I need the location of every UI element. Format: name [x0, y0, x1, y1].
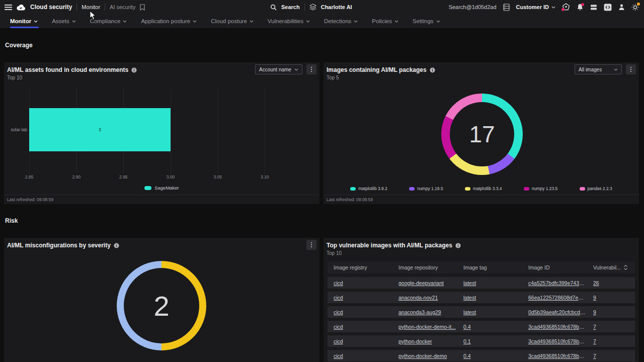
table-cell-link[interactable]: python-docker: [398, 338, 456, 344]
table-cell-link[interactable]: 7: [593, 338, 628, 344]
customer-id-selector[interactable]: Customer ID: [516, 4, 555, 10]
breadcrumb-monitor[interactable]: Monitor: [82, 4, 100, 10]
table-cell-link[interactable]: latest: [463, 309, 521, 315]
misconfig-donut-ring[interactable]: 2: [117, 261, 206, 350]
legend-item[interactable]: pandas 2.2.3: [580, 186, 612, 191]
tab-detections[interactable]: Detections: [317, 14, 365, 28]
card-aiml-assets: AI/ML assets found in cloud environments…: [4, 62, 319, 204]
x-tick-label: 2.90: [72, 174, 80, 179]
table-cell-link[interactable]: 3cad49368510fc678bac...: [528, 338, 586, 344]
tab-compliance[interactable]: Compliance: [83, 14, 134, 28]
user-profile-icon[interactable]: [618, 4, 625, 11]
table-cell-link[interactable]: python-docker-demo: [398, 353, 456, 359]
info-icon[interactable]: [455, 243, 461, 248]
search-button[interactable]: Search: [281, 4, 300, 10]
table-cell-link[interactable]: latest: [463, 280, 521, 286]
tab-policies[interactable]: Policies: [365, 14, 406, 28]
images-donut-ring[interactable]: 17: [441, 94, 523, 175]
hamburger-menu-icon[interactable]: [5, 5, 12, 10]
info-icon[interactable]: [430, 67, 435, 73]
images-donut-legend: matplotlib 3.9.2numpy 1.19.5matplotlib 3…: [329, 186, 634, 191]
tab-cloud-posture[interactable]: Cloud posture: [204, 14, 261, 28]
queue-stack-icon[interactable]: [590, 4, 597, 11]
table-cell: 3cad49368510fc678bac...: [528, 324, 593, 330]
legend-item[interactable]: numpy 1.19.5: [409, 186, 443, 191]
table-cell-link[interactable]: 9: [593, 295, 628, 301]
table-cell-link[interactable]: 26: [593, 280, 628, 286]
table-row: cicdpython-docker-demo0.43cad49368510fc6…: [328, 350, 635, 361]
topbar-divider: [76, 4, 77, 11]
nav-tabs: MonitorAssetsComplianceApplication postu…: [0, 14, 644, 29]
tab-assets[interactable]: Assets: [45, 14, 83, 28]
table-cell-link[interactable]: cicd: [334, 353, 391, 359]
table-cell-link[interactable]: anaconda-nov21: [398, 295, 456, 301]
app-title[interactable]: Cloud security: [30, 4, 72, 11]
table-cell-link[interactable]: 0.4: [463, 324, 521, 330]
table-cell-link[interactable]: 0.1: [463, 338, 521, 344]
column-header-label: Vulnerabil...: [593, 264, 621, 270]
card-title: AI/ML assets found in cloud environments: [7, 66, 128, 73]
table-header-row: Image registryImage repositoryImage tagI…: [328, 261, 635, 274]
all-images-filter-dropdown[interactable]: All images: [575, 64, 622, 74]
bar-chart-legend[interactable]: SageMaker: [4, 185, 319, 191]
info-icon[interactable]: [131, 67, 137, 73]
table-cell-link[interactable]: google-deepvariant: [398, 280, 456, 286]
table-cell: 7: [593, 324, 635, 330]
table-cell-link[interactable]: 9: [593, 309, 628, 315]
card-menu-kebab-button[interactable]: [626, 64, 636, 74]
topbar-right: Search@1d05d2ad Customer ID: [449, 3, 644, 11]
chevron-down-icon: [193, 20, 197, 23]
legend-item[interactable]: matplotlib 3.3.4: [465, 186, 502, 191]
table-cell-link[interactable]: cicd: [334, 309, 391, 315]
tab-settings[interactable]: Settings: [406, 14, 447, 28]
tab-vulnerabilities[interactable]: Vulnerabilities: [261, 14, 317, 28]
tab-monitor[interactable]: Monitor: [3, 14, 45, 28]
table-cell: anaconda3-aug29: [398, 309, 463, 315]
charlotte-ai-button[interactable]: Charlotte AI: [321, 4, 352, 10]
table-cell-link[interactable]: 7: [593, 324, 628, 330]
table-cell-link[interactable]: 7: [593, 353, 628, 359]
falcon-badge-icon[interactable]: [562, 3, 570, 11]
table-cell-link[interactable]: c4a5257bdfc399e74395...: [528, 280, 586, 286]
tab-label: Settings: [413, 18, 434, 24]
column-header[interactable]: Vulnerabil...: [593, 264, 635, 270]
code-console-icon[interactable]: [604, 4, 612, 11]
table-cell: c4a5257bdfc399e74395...: [528, 280, 593, 286]
table-cell-link[interactable]: 0.4: [463, 353, 521, 359]
table-cell-link[interactable]: cicd: [334, 338, 391, 344]
card-title: Images containing AI/ML packages: [327, 66, 427, 73]
table-cell-link[interactable]: cicd: [334, 280, 391, 286]
notification-dot: [561, 8, 565, 11]
table-cell-link[interactable]: 66ea1225728608d7e26...: [528, 295, 586, 301]
bookmark-icon[interactable]: [140, 4, 145, 11]
legend-item[interactable]: matplotlib 3.9.2: [350, 186, 387, 191]
card-menu-kebab-button[interactable]: [306, 64, 316, 74]
table-cell: latest: [463, 309, 528, 315]
account-name-filter-dropdown[interactable]: Account name: [255, 64, 302, 74]
tab-label: Cloud posture: [211, 18, 247, 24]
table-cell-link[interactable]: 0d5b39aeafc20cfcbcd0...: [528, 309, 586, 315]
info-icon[interactable]: [114, 243, 119, 248]
bell-icon[interactable]: [577, 4, 584, 11]
card-subtitle: Top 5: [327, 75, 339, 80]
theme-sun-icon[interactable]: [631, 4, 639, 11]
breadcrumb-ai-security[interactable]: AI security: [110, 4, 135, 10]
card-menu-kebab-button[interactable]: [306, 240, 316, 250]
table-body: cicdgoogle-deepvariantlatestc4a5257bdfc3…: [328, 277, 635, 361]
bar-solar-lab[interactable]: 3: [29, 108, 171, 151]
user-search-id[interactable]: Search@1d05d2ad: [449, 4, 497, 10]
table-cell-link[interactable]: 3cad49368510fc678bac...: [528, 353, 586, 359]
table-cell-link[interactable]: latest: [463, 295, 521, 301]
table-cell: 3cad49368510fc678bac...: [528, 353, 593, 359]
table-cell-link[interactable]: cicd: [334, 295, 391, 301]
card-title: Top vulnerable images with AI/ML package…: [327, 242, 452, 249]
gridline: [218, 88, 218, 173]
table-cell-link[interactable]: python-docker-demo-it...: [398, 324, 456, 330]
table-cell-link[interactable]: 3cad49368510fc678bac...: [528, 324, 586, 330]
table-cell-link[interactable]: cicd: [334, 324, 391, 330]
legend-item[interactable]: numpy 1.23.5: [524, 186, 558, 191]
chevron-down-icon: [394, 20, 398, 23]
tab-application-posture[interactable]: Application posture: [134, 14, 204, 28]
notes-list-icon[interactable]: [503, 4, 510, 11]
table-cell-link[interactable]: anaconda3-aug29: [398, 309, 456, 315]
